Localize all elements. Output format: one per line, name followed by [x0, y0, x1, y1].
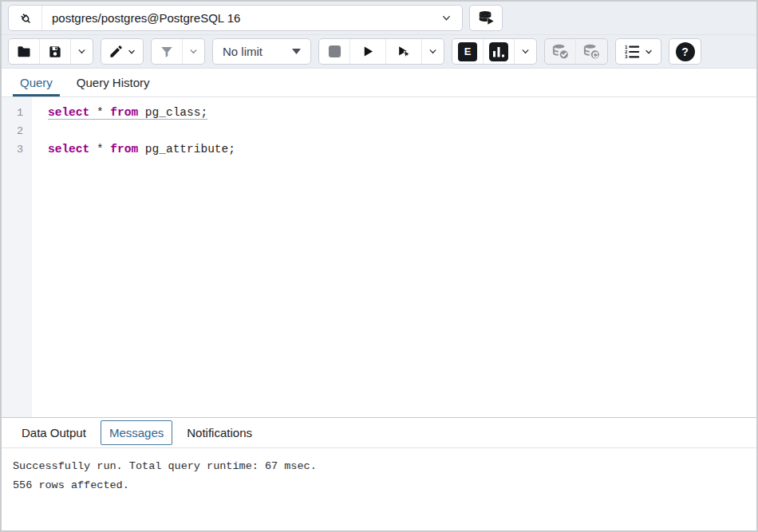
file-button-group [8, 38, 93, 65]
execute-from-cursor-icon [396, 44, 412, 60]
filter-menu-button[interactable] [183, 39, 204, 64]
explain-menu-button[interactable] [515, 39, 536, 64]
edit-menu-button[interactable] [101, 39, 143, 64]
sql-editor[interactable]: 1 2 3 select * from pg_class; select * f… [2, 97, 756, 417]
macros-menu-button[interactable]: 123 [616, 39, 661, 64]
code-line: select * from pg_attribute; [48, 140, 756, 159]
connection-value: postgres/postgres@PostgreSQL 16 [42, 11, 440, 25]
code-line [48, 122, 756, 140]
new-connection-button[interactable] [469, 5, 503, 31]
sql-text: pg_attribute; [138, 143, 235, 156]
chevron-down-icon [520, 46, 531, 57]
save-menu-button[interactable] [71, 39, 93, 64]
commit-button[interactable] [545, 39, 576, 64]
line-number: 1 [2, 104, 32, 122]
editor-code-area[interactable]: select * from pg_class; select * from pg… [32, 97, 756, 417]
executed-query: select * from pg_class; [48, 106, 207, 119]
chevron-down-icon [77, 46, 87, 57]
tab-notifications[interactable]: Notifications [178, 420, 261, 445]
macros-list-icon: 123 [623, 44, 641, 60]
explain-icon: E [458, 42, 477, 61]
editor-tabbar: Query Query History [2, 69, 756, 97]
toolbar: No limit E [2, 35, 756, 69]
help-button[interactable]: ? [669, 39, 701, 64]
line-number: 3 [2, 140, 32, 159]
row-limit-select[interactable]: No limit [212, 38, 311, 65]
svg-text:3: 3 [625, 54, 628, 59]
sql-text: pg_class; [138, 106, 207, 119]
tab-query[interactable]: Query [13, 69, 60, 97]
tab-data-output[interactable]: Data Output [13, 420, 95, 445]
sql-keyword: from [110, 106, 138, 119]
svg-text:2: 2 [625, 49, 628, 54]
connection-plug-icon [9, 6, 42, 30]
save-button[interactable] [40, 39, 71, 64]
help-button-group: ? [669, 38, 701, 65]
database-new-connection-icon [477, 10, 495, 27]
sql-keyword: select [48, 106, 89, 119]
sql-text: * [89, 106, 110, 119]
sql-keyword: from [110, 143, 138, 156]
chevron-down-icon [127, 47, 136, 57]
rollback-icon [582, 42, 601, 61]
select-arrow-icon [292, 49, 301, 54]
help-icon: ? [676, 42, 695, 61]
row-limit-value: No limit [223, 45, 263, 58]
filter-button-group [151, 38, 205, 65]
macro-button-group: 123 [615, 38, 661, 65]
save-icon [47, 44, 63, 60]
execute-button[interactable] [350, 39, 386, 64]
rollback-button[interactable] [576, 39, 607, 64]
explain-analyze-icon [489, 42, 508, 61]
chevron-down-icon [440, 12, 462, 24]
editor-gutter: 1 2 3 [2, 97, 32, 417]
stop-button[interactable] [319, 39, 350, 64]
execute-menu-button[interactable] [422, 39, 444, 64]
messages-panel: Successfully run. Total query runtime: 6… [2, 448, 756, 530]
tab-query-history[interactable]: Query History [69, 69, 157, 97]
chevron-down-icon [188, 46, 199, 57]
stop-icon [328, 45, 341, 58]
chevron-down-icon [644, 47, 653, 57]
transaction-button-group [544, 38, 608, 65]
connection-bar: postgres/postgres@PostgreSQL 16 [2, 2, 756, 35]
execute-play-icon [361, 44, 376, 59]
open-file-button[interactable] [9, 39, 40, 64]
message-line: 556 rows affected. [13, 476, 745, 495]
explain-button[interactable]: E [452, 39, 484, 64]
commit-icon [551, 42, 570, 61]
code-line: select * from pg_class; [48, 104, 756, 122]
edit-pencil-icon [109, 44, 124, 59]
chevron-down-icon [428, 46, 438, 57]
open-file-icon [16, 44, 32, 60]
svg-text:1: 1 [625, 44, 628, 49]
filter-button[interactable] [152, 39, 183, 64]
execute-button-group [318, 38, 444, 65]
execute-from-cursor-button[interactable] [386, 39, 422, 64]
query-tool-window: postgres/postgres@PostgreSQL 16 [0, 0, 758, 532]
tab-messages[interactable]: Messages [101, 420, 172, 445]
message-line: Successfully run. Total query runtime: 6… [13, 457, 745, 476]
filter-icon [160, 45, 174, 59]
connection-select[interactable]: postgres/postgres@PostgreSQL 16 [8, 5, 463, 31]
sql-text: * [89, 143, 110, 156]
sql-keyword: select [48, 143, 89, 156]
explain-button-group: E [452, 38, 537, 65]
explain-analyze-button[interactable] [484, 39, 515, 64]
results-tabbar: Data Output Messages Notifications [2, 417, 756, 448]
line-number: 2 [2, 122, 32, 140]
edit-button-group [101, 38, 144, 65]
